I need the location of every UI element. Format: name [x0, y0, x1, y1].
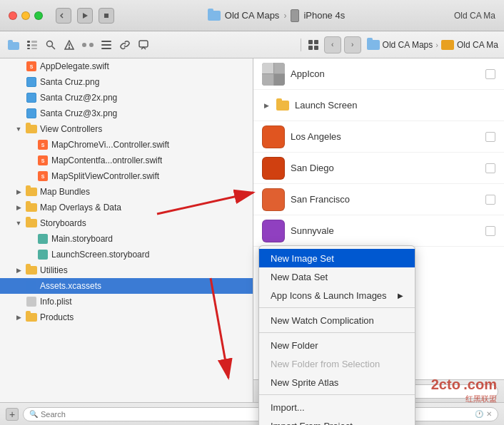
maximize-button[interactable] [34, 11, 43, 20]
image-icon-santacruz [26, 76, 37, 88]
titlebar-breadcrumb: Old CA Maps › iPhone 4s [120, 9, 433, 22]
warning-icon-btn[interactable] [61, 37, 77, 53]
add-btn-left[interactable]: + [6, 408, 19, 421]
asset-label-launch: Launch Screen [295, 100, 495, 111]
menu-item-new-sprite[interactable]: New Sprite Atlas [259, 373, 415, 391]
link-icon-btn[interactable] [117, 37, 133, 53]
storyboard-icon-launch [37, 249, 49, 260]
tree-item-utilities[interactable]: Utilities [0, 262, 253, 278]
tree-item-mapoverlays[interactable]: Map Overlays & Data [0, 200, 253, 215]
path-xcassets: Old CA Ma [457, 40, 498, 50]
chat-icon-btn[interactable] [136, 37, 151, 53]
play-btn[interactable] [77, 8, 93, 24]
plist-icon-info [26, 296, 37, 307]
menu-item-import-project[interactable]: Import From Project... [259, 416, 415, 425]
list-icon-btn[interactable] [99, 37, 114, 53]
file-tree: S AppDelegate.swift Santa Cruz.png Santa… [0, 58, 253, 402]
path-breadcrumb: Old CA Maps › Old CA Ma [367, 40, 498, 50]
storyboard-icon-main [37, 233, 49, 245]
asset-item-losangeles[interactable]: Los Angeles [253, 121, 504, 153]
hierarchy-icon-btn[interactable] [24, 37, 40, 53]
menu-item-app-icons[interactable]: App Icons & Launch Images ▶ [259, 286, 415, 304]
svg-rect-3 [8, 40, 13, 43]
asset-color-losangeles [262, 126, 285, 148]
toolbar-left [6, 37, 296, 53]
filter-icon: ✕ [486, 410, 492, 418]
main-content: S AppDelegate.swift Santa Cruz.png Santa… [0, 58, 504, 402]
disclosure-products [14, 313, 23, 322]
close-button[interactable] [9, 11, 17, 20]
svg-point-16 [89, 43, 94, 47]
asset-item-appicon[interactable]: AppIcon [253, 58, 504, 90]
asset-item-sunnyvale[interactable]: Sunnyvale [253, 215, 504, 247]
minimize-button[interactable] [21, 11, 30, 20]
menu-item-new-folder[interactable]: New Folder [259, 336, 415, 354]
svg-rect-20 [139, 41, 148, 47]
folder-disclosure-launch: ▶ [262, 101, 271, 110]
label-mapcontent: MapContentfa...ontroller.swift [51, 155, 162, 165]
left-search-icon: 🔍 [29, 410, 38, 418]
tree-item-appdelegate[interactable]: S AppDelegate.swift [0, 58, 253, 74]
folder-icon-mapbundles [26, 186, 37, 198]
tree-item-mapbundles[interactable]: Map Bundles [0, 184, 253, 200]
search-icon-btn[interactable] [43, 37, 59, 53]
tree-item-assets[interactable]: Assets.xcassets [0, 278, 253, 294]
menu-item-import[interactable]: Import... [259, 398, 415, 416]
svg-point-10 [47, 41, 53, 46]
svg-point-15 [82, 43, 86, 47]
asset-label-sandiego: San Diego [291, 163, 480, 173]
svg-rect-4 [27, 41, 30, 43]
svg-rect-24 [314, 46, 318, 50]
label-products: Products [40, 312, 74, 322]
menu-separator-1 [259, 307, 415, 308]
image-icon-santacruz2x [26, 92, 37, 103]
tree-item-products[interactable]: Products [0, 309, 253, 325]
tree-item-storyboards[interactable]: Storyboards [0, 215, 253, 231]
tree-item-viewcontrollers[interactable]: View Controllers [0, 121, 253, 137]
asset-color-sunnyvale [262, 220, 285, 242]
asset-color-sanfrancisco [262, 188, 285, 211]
svg-point-14 [69, 47, 70, 48]
tree-item-infoplist[interactable]: Info.plist [0, 294, 253, 309]
tree-item-mapchrome[interactable]: S MapChromeVi...Controller.swift [0, 137, 253, 153]
path-sep: › [435, 41, 438, 49]
titlebar-right-label: Old CA Ma [438, 11, 495, 21]
folder-icon-btn[interactable] [6, 37, 21, 53]
menu-item-new-folder-selection[interactable]: New Folder from Selection [259, 354, 415, 373]
appicon-grid [262, 63, 285, 86]
tree-item-launch-sb[interactable]: LaunchScreen.storyboard [0, 247, 253, 262]
search-box-left: + 🔍 🕐 ✕ [6, 407, 498, 421]
device-icon [291, 9, 299, 22]
label-infoplist: Info.plist [40, 297, 72, 307]
tree-item-main-sb[interactable]: Main.storyboard [0, 231, 253, 247]
asset-item-sanfrancisco[interactable]: San Francisco [253, 184, 504, 215]
menu-item-new-watch[interactable]: New Watch Complication [259, 311, 415, 329]
nav-back-btn[interactable]: ‹ [324, 36, 341, 53]
asset-item-sandiego[interactable]: San Diego [253, 153, 504, 184]
swift-icon-mapsplit: S [37, 170, 49, 182]
stop-btn[interactable] [99, 8, 114, 24]
asset-item-launch[interactable]: ▶ Launch Screen [253, 90, 504, 121]
titlebar-device: iPhone 4s [303, 10, 345, 21]
tree-item-santacruz3x[interactable]: Santa Cruz@3x.png [0, 106, 253, 121]
label-santacruz: Santa Cruz.png [40, 77, 99, 87]
diff-icon-btn[interactable] [80, 37, 96, 53]
folder-icon-mapoverlays [26, 202, 37, 213]
label-utilities: Utilities [40, 265, 68, 275]
xcassets-icon-assets [26, 280, 37, 292]
label-mapbundles: Map Bundles [40, 187, 90, 197]
menu-item-new-data-set[interactable]: New Data Set [259, 267, 415, 286]
path-project: Old CA Maps [383, 40, 433, 50]
menu-item-new-image-set[interactable]: New Image Set [259, 249, 415, 267]
grid-icon-btn[interactable] [306, 37, 321, 53]
path-xcassets-icon [441, 40, 454, 50]
tree-item-mapcontent[interactable]: S MapContentfa...ontroller.swift [0, 153, 253, 168]
tree-item-santacruz[interactable]: Santa Cruz.png [0, 74, 253, 90]
tree-item-mapsplit[interactable]: S MapSplitViewController.swift [0, 168, 253, 184]
svg-rect-8 [31, 44, 37, 46]
back-forward-btn[interactable] [56, 8, 71, 24]
path-folder-icon [367, 40, 380, 50]
nav-forward-btn[interactable]: › [344, 36, 361, 53]
label-appdelegate: AppDelegate.swift [40, 61, 109, 71]
tree-item-santacruz2x[interactable]: Santa Cruz@2x.png [0, 90, 253, 106]
